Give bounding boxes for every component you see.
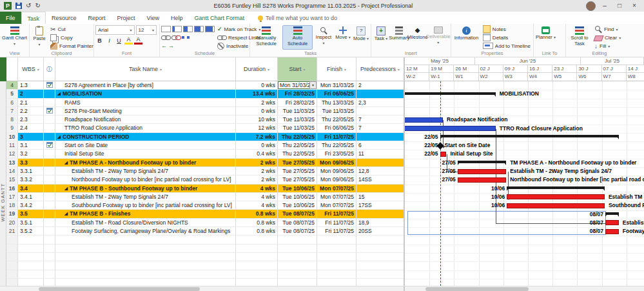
row-number[interactable]: 9 — [6, 124, 18, 132]
cell-wbs[interactable]: 2.3 — [18, 115, 44, 124]
undo-icon[interactable]: ↺ — [26, 2, 31, 10]
cell-indicators[interactable] — [44, 253, 55, 261]
cell-wbs[interactable] — [18, 253, 44, 261]
cell-task-name[interactable]: TTRO Road Closure Application — [55, 124, 236, 132]
cell-indicators[interactable] — [44, 90, 55, 98]
cell-predecessors[interactable] — [356, 253, 404, 261]
collapse-triangle-icon[interactable]: ◢ — [64, 211, 68, 216]
cell-duration[interactable]: 7.2 wks — [236, 133, 278, 141]
cell-task-name[interactable]: Establish TM - 2Way Temp Signals 24/7 — [55, 193, 236, 201]
cell-task-name[interactable]: Establish TM - Road Closure/Diversion NI… — [55, 219, 236, 227]
cell-task-name[interactable]: ◢TM PHASE A - Northbound Footway up to b… — [55, 159, 236, 167]
cell-finish[interactable]: Mon 31/03/25 — [317, 81, 356, 90]
cell-duration[interactable]: 0 wks — [236, 81, 278, 90]
cell-predecessors[interactable] — [356, 210, 404, 218]
cell-finish[interactable] — [317, 270, 356, 279]
cell-predecessors[interactable]: 15 — [356, 193, 404, 201]
cell-start[interactable]: Tue 27/05/25 — [278, 176, 317, 184]
collapse-triangle-icon[interactable]: ◢ — [57, 91, 61, 95]
cell-indicators[interactable] — [44, 159, 55, 167]
cell-wbs[interactable]: 3.5 — [18, 210, 44, 218]
manually-schedule-button[interactable]: Manually Schedule — [251, 25, 281, 50]
cell-task-name[interactable] — [55, 270, 236, 279]
cell-task-name[interactable]: Start on Site Date — [55, 141, 236, 150]
header-wbs[interactable]: WBS▾ — [18, 57, 44, 81]
cell-wbs[interactable]: 2.4 — [18, 124, 44, 132]
cell-task-name[interactable]: Establish TM - 2Way Temp Signals 24/7 — [55, 167, 236, 176]
cell-indicators[interactable] — [44, 219, 55, 227]
cell-task-name[interactable]: Northbound Footway up to binder [inc par… — [55, 176, 236, 184]
cell-wbs[interactable]: 2 — [18, 90, 44, 98]
row-number[interactable] — [6, 270, 18, 279]
tab-view[interactable]: View — [141, 12, 165, 24]
cell-task-name[interactable]: Roadspace Notification — [55, 115, 236, 124]
fill-button[interactable]: ↓Fill▾ — [593, 42, 622, 50]
underline-button[interactable]: U — [115, 37, 123, 44]
redo-icon[interactable]: ↻ — [35, 2, 40, 10]
cell-indicators[interactable] — [44, 210, 55, 218]
cell-indicators[interactable] — [44, 99, 55, 107]
cell-duration[interactable]: 4 wks — [236, 201, 278, 210]
cell-predecessors[interactable]: 6 — [356, 141, 404, 150]
cell-start[interactable]: Tue 10/06/25 — [278, 185, 317, 193]
cell-indicators[interactable] — [44, 141, 55, 150]
cell-predecessors[interactable]: 7 — [356, 124, 404, 132]
row-number[interactable] — [6, 279, 18, 286]
outdent-icon[interactable]: ← — [161, 43, 167, 49]
cell-finish[interactable]: Tue 11/03/25 — [317, 107, 356, 115]
cell-wbs[interactable] — [18, 270, 44, 279]
cell-indicators[interactable] — [44, 150, 55, 158]
insert-milestone-button[interactable]: ◆ Milestone — [409, 25, 425, 50]
row-number[interactable]: 14 — [6, 167, 18, 176]
tab-report[interactable]: Report — [83, 12, 112, 24]
format-painter-button[interactable]: Format Painter — [49, 42, 95, 50]
cell-wbs[interactable]: 3.4.2 — [18, 201, 44, 210]
font-size-select[interactable]: 12▾ — [136, 25, 157, 35]
cell-finish[interactable]: Fri 11/07/25 — [317, 133, 356, 141]
cell-wbs[interactable]: 1.3 — [18, 81, 44, 90]
cell-duration[interactable] — [236, 261, 278, 270]
row-number[interactable]: 4 — [6, 81, 18, 90]
tab-task[interactable]: Task — [21, 12, 46, 24]
cell-wbs[interactable] — [18, 245, 44, 253]
cell-finish[interactable] — [317, 279, 356, 286]
cell-duration[interactable]: 0 wks — [236, 141, 278, 150]
cell-indicators[interactable] — [44, 124, 55, 132]
cell-task-name[interactable]: RAMS — [55, 99, 236, 107]
header-finish[interactable]: Finish▾ — [317, 57, 356, 81]
row-number[interactable]: 12 — [6, 150, 18, 158]
row-number[interactable]: 13 — [6, 159, 18, 167]
cell-predecessors[interactable] — [356, 270, 404, 279]
user-avatar[interactable] — [586, 1, 596, 11]
cell-predecessors[interactable]: 2 — [356, 81, 404, 90]
font-color-button[interactable]: A — [134, 37, 142, 45]
cell-indicators[interactable] — [44, 81, 55, 90]
cell-wbs[interactable]: 3.1 — [18, 141, 44, 150]
percent-50-button[interactable] — [183, 26, 193, 32]
cell-predecessors[interactable] — [356, 279, 404, 286]
cell-start[interactable]: Tue 10/06/25 — [278, 193, 317, 201]
cell-wbs[interactable]: 2.1 — [18, 99, 44, 107]
cell-duration[interactable]: 4 wks — [236, 185, 278, 193]
cell-start[interactable]: Tue 27/05/25 — [278, 167, 317, 176]
cell-finish[interactable]: Mon 09/06/25 — [317, 176, 356, 184]
link-tasks-icon[interactable] — [161, 35, 170, 41]
cell-start[interactable]: Tue 11/03/25 — [278, 115, 317, 124]
row-number[interactable]: 8 — [6, 115, 18, 124]
paste-button[interactable]: Paste ▾ — [31, 25, 48, 50]
cell-wbs[interactable]: 3.3.1 — [18, 167, 44, 176]
gantt-task-bar-row-20[interactable] — [605, 220, 619, 225]
insert-summary-button[interactable]: Summary — [391, 25, 407, 50]
cell-indicators[interactable] — [44, 245, 55, 253]
cell-duration[interactable]: 0.8 wks — [236, 227, 278, 236]
cell-indicators[interactable] — [44, 167, 55, 176]
cell-finish[interactable] — [317, 236, 356, 244]
row-number[interactable] — [6, 236, 18, 244]
cell-predecessors[interactable]: 11 — [356, 150, 404, 158]
copy-button[interactable]: Copy — [49, 34, 95, 41]
row-number[interactable]: 17 — [6, 193, 18, 201]
cell-predecessors[interactable]: 12,8 — [356, 167, 404, 176]
cell-finish[interactable]: Mon 09/06/25 — [317, 167, 356, 176]
cell-predecessors[interactable]: 2,3 — [356, 99, 404, 107]
cell-start[interactable] — [278, 279, 317, 286]
